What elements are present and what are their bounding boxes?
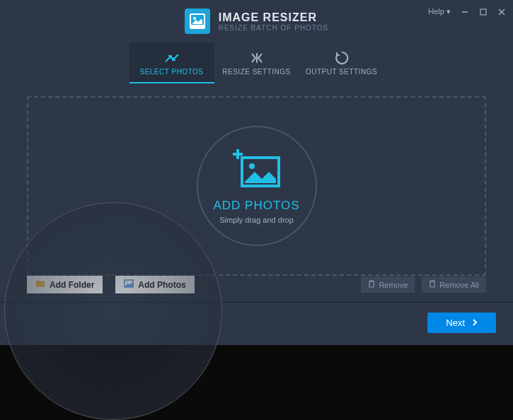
right-buttons: Remove Remove All (361, 276, 486, 293)
tab-select-photos[interactable]: SELECT PHOTOS (129, 42, 214, 83)
svg-point-11 (249, 163, 255, 169)
tab-label: OUTPUT SETTINGS (306, 68, 377, 76)
header: Help ▾ IMAGE RESIZE (0, 0, 513, 42)
maximize-button[interactable] (479, 8, 488, 16)
window-controls: Help ▾ (428, 7, 506, 16)
photo-icon (124, 279, 134, 290)
folder-icon (35, 279, 45, 290)
remove-all-label: Remove All (439, 281, 479, 289)
app-window: Help ▾ IMAGE RESIZE (0, 0, 513, 345)
minimize-button[interactable] (461, 8, 469, 16)
add-folder-label: Add Folder (50, 280, 94, 290)
select-arrows-icon (164, 51, 180, 65)
add-photos-icon (232, 148, 282, 192)
add-photos-subtitle: Simply drag and drop (219, 216, 294, 224)
remove-label: Remove (379, 281, 408, 289)
add-folder-button[interactable]: Add Folder (27, 276, 103, 293)
logo-block: IMAGE RESIZER RESIZE BATCH OF PHOTOS (185, 8, 329, 34)
svg-rect-1 (480, 9, 486, 15)
chevron-right-icon (472, 317, 478, 328)
next-label: Next (446, 317, 465, 328)
left-buttons: Add Folder Add Photos (27, 276, 195, 293)
help-menu[interactable]: Help ▾ (428, 7, 451, 16)
help-label: Help (428, 7, 444, 16)
content-area: ADD PHOTOS Simply drag and drop (0, 83, 513, 267)
tab-output-settings[interactable]: OUTPUT SETTINGS (299, 42, 384, 83)
resize-settings-icon (250, 51, 264, 65)
tab-resize-settings[interactable]: RESIZE SETTINGS (214, 42, 299, 83)
tab-label: SELECT PHOTOS (139, 68, 203, 76)
add-photos-title: ADD PHOTOS (213, 199, 299, 213)
tab-bar: SELECT PHOTOS RESIZE SETTINGS OUTPUT SET… (0, 42, 513, 83)
trash-icon (368, 280, 375, 289)
svg-point-13 (127, 281, 128, 283)
output-settings-icon (335, 51, 349, 65)
remove-button[interactable]: Remove (361, 276, 415, 293)
add-photos-button[interactable]: Add Photos (115, 276, 194, 293)
svg-point-6 (193, 17, 196, 20)
app-subtitle: RESIZE BATCH OF PHOTOS (219, 24, 329, 32)
next-bar: Next (0, 303, 513, 343)
next-button[interactable]: Next (427, 313, 496, 333)
add-photos-circle[interactable]: ADD PHOTOS Simply drag and drop (197, 126, 317, 246)
trash-icon (429, 280, 436, 289)
app-logo-icon (185, 8, 210, 34)
add-photos-label: Add Photos (138, 280, 185, 290)
close-button[interactable] (497, 8, 506, 16)
app-title: IMAGE RESIZER (219, 11, 329, 24)
dropzone[interactable]: ADD PHOTOS Simply drag and drop (27, 96, 486, 276)
tab-label: RESIZE SETTINGS (222, 68, 290, 76)
remove-all-button[interactable]: Remove All (422, 276, 486, 293)
